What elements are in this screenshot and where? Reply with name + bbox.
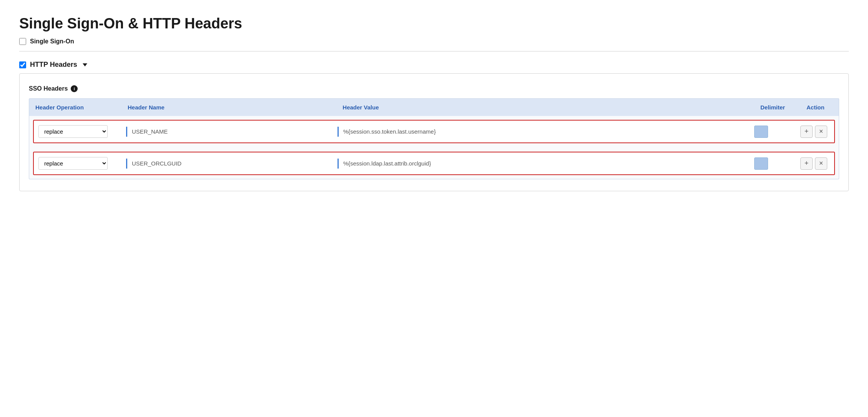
sso-checkbox[interactable] <box>19 38 26 45</box>
page-title: Single Sign-On & HTTP Headers <box>19 15 849 32</box>
headers-panel: SSO Headers i Header Operation Header Na… <box>19 73 849 191</box>
row1-add-button[interactable]: + <box>800 126 813 138</box>
chevron-down-icon[interactable] <box>83 63 87 66</box>
row1-delimiter-bar <box>754 126 768 138</box>
table-row: replace USER_ORCLGUID %{session.ldap.las… <box>33 152 835 175</box>
row1-operation-select[interactable]: replace <box>38 125 108 138</box>
row2-header-name-cell: USER_ORCLGUID <box>126 159 338 169</box>
row2-operation-select[interactable]: replace <box>38 157 108 170</box>
col-header-operation: Header Operation <box>29 103 121 112</box>
row2-remove-button[interactable]: × <box>815 157 827 170</box>
sso-checkbox-row: Single Sign-On <box>19 38 849 45</box>
row2-action-cell: + × <box>796 156 834 171</box>
table-header: Header Operation Header Name Header Valu… <box>29 98 839 116</box>
row2-header-name-value: USER_ORCLGUID <box>132 160 181 167</box>
col-header-value: Header Value <box>336 103 754 112</box>
sso-checkbox-label: Single Sign-On <box>30 38 74 45</box>
row2-delimiter-bar <box>754 157 768 170</box>
section-divider <box>19 51 849 51</box>
row2-header-value-value: %{session.ldap.last.attrib.orclguid} <box>343 160 431 167</box>
col-header-delimiter: Delimiter <box>754 103 800 112</box>
row1-action-cell: + × <box>796 124 834 139</box>
http-headers-checkbox[interactable] <box>19 61 26 68</box>
http-headers-row: HTTP Headers <box>19 61 849 69</box>
row1-header-name-cell: USER_NAME <box>126 127 338 137</box>
sso-headers-title: SSO Headers i <box>29 85 839 92</box>
row1-header-name-value: USER_NAME <box>132 128 168 135</box>
row1-header-value-cell: %{session.sso.token.last.username} <box>338 127 750 137</box>
row1-operation-cell: replace <box>34 124 126 139</box>
table-body: replace USER_NAME %{session.sso.token.la… <box>29 116 839 179</box>
info-icon[interactable]: i <box>71 85 78 92</box>
row1-header-value-value: %{session.sso.token.last.username} <box>343 128 436 135</box>
row2-delimiter-cell <box>750 156 796 171</box>
sso-headers-label: SSO Headers <box>29 85 68 92</box>
row2-operation-cell: replace <box>34 156 126 171</box>
row2-add-button[interactable]: + <box>800 157 813 170</box>
col-header-action: Action <box>800 103 839 112</box>
row2-header-value-cell: %{session.ldap.last.attrib.orclguid} <box>338 159 750 169</box>
row1-remove-button[interactable]: × <box>815 126 827 138</box>
table-row: replace USER_NAME %{session.sso.token.la… <box>33 120 835 143</box>
http-headers-label: HTTP Headers <box>30 61 77 69</box>
row1-delimiter-cell <box>750 124 796 139</box>
col-header-name: Header Name <box>121 103 336 112</box>
